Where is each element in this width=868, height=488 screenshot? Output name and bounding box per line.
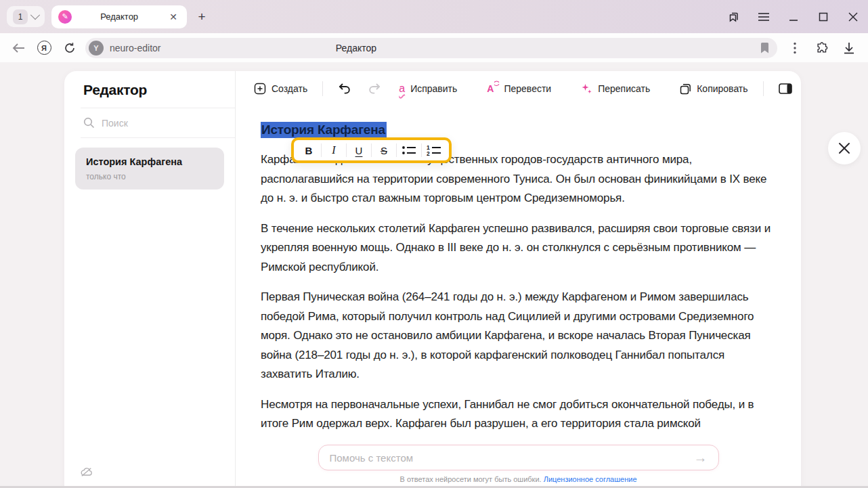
maximize-button[interactable]: [808, 0, 838, 33]
yandex-home-icon[interactable]: Я: [31, 37, 57, 60]
copy-button[interactable]: Копировать: [680, 83, 747, 95]
site-badge-icon: Y: [89, 41, 104, 56]
navigation-bar: Я Y neuro-editor Редактор: [0, 33, 868, 62]
numbered-list-button[interactable]: 12: [422, 141, 446, 160]
fix-icon: а: [399, 83, 405, 94]
divider: [763, 81, 764, 96]
search-input[interactable]: [102, 118, 203, 129]
undo-button[interactable]: [338, 83, 351, 95]
ai-prompt-input[interactable]: [330, 452, 689, 464]
numbered-list-icon: 12: [427, 145, 441, 156]
url-text: neuro-editor: [110, 43, 161, 53]
license-link[interactable]: Лицензионное соглашение: [544, 475, 637, 483]
paragraph[interactable]: В течение нескольких столетий Карфаген у…: [261, 219, 775, 278]
panels-icon[interactable]: [719, 0, 749, 33]
redo-icon: [368, 83, 381, 95]
window-close-button[interactable]: [838, 0, 868, 33]
tab-group-chip[interactable]: 1: [7, 6, 45, 27]
redo-button[interactable]: [368, 83, 381, 95]
search-icon: [83, 117, 95, 129]
fix-button[interactable]: а Исправить: [399, 83, 457, 94]
create-button[interactable]: Создать: [254, 83, 307, 95]
bookmark-icon[interactable]: [760, 43, 769, 56]
sidebar: Редактор История Карфагена только что: [64, 71, 236, 488]
new-tab-button[interactable]: +: [192, 7, 211, 26]
close-icon: [838, 142, 850, 154]
tab-title: Редактор: [72, 12, 167, 22]
underline-button[interactable]: U: [347, 141, 371, 160]
close-overlay-button[interactable]: [828, 132, 861, 164]
address-bar[interactable]: Y neuro-editor Редактор: [85, 38, 777, 58]
side-panel-toggle[interactable]: [779, 83, 792, 94]
tab-group-count: 1: [13, 9, 28, 24]
svg-text:2: 2: [427, 150, 430, 156]
prompt-area: → В ответах нейросети могут быть ошибки.…: [236, 427, 801, 488]
chevron-down-icon: [30, 10, 40, 20]
document-title: История Карфагена: [86, 156, 213, 167]
bullet-list-icon: [402, 145, 416, 156]
omnibox-page-title: Редактор: [316, 43, 397, 53]
divider: [322, 81, 323, 96]
divider: [81, 137, 235, 138]
reload-icon[interactable]: [57, 37, 83, 60]
format-toolbar: B I U S 12: [291, 137, 452, 163]
back-icon[interactable]: [5, 37, 31, 60]
undo-icon: [338, 83, 351, 95]
document-heading[interactable]: История Карфагена: [261, 122, 775, 137]
document-body[interactable]: История Карфагена B I U S: [236, 106, 801, 453]
disclaimer: В ответах нейросети могут быть ошибки. Л…: [236, 475, 801, 483]
create-icon: [254, 83, 266, 95]
sidebar-item-document[interactable]: История Карфагена только что: [75, 148, 224, 190]
ai-prompt-field[interactable]: →: [318, 445, 719, 470]
menu-icon[interactable]: [749, 0, 779, 33]
editor-main: Создать а Исправить: [236, 71, 801, 488]
translate-button[interactable]: А Перевести: [487, 83, 551, 94]
send-arrow-icon[interactable]: →: [691, 448, 710, 467]
search-field[interactable]: [64, 108, 235, 137]
rewrite-button[interactable]: Переписать: [581, 83, 650, 95]
browser-window: 1 ✎ Редактор ✕ +: [0, 0, 868, 488]
translate-icon: А: [487, 84, 498, 93]
sparkles-icon: [581, 83, 592, 95]
bold-button[interactable]: B: [297, 141, 321, 160]
copy-icon: [680, 83, 691, 95]
minimize-button[interactable]: [779, 0, 808, 33]
extensions-icon[interactable]: [808, 37, 836, 60]
italic-button[interactable]: I: [322, 141, 346, 160]
tab-editor[interactable]: ✎ Редактор ✕: [51, 5, 187, 28]
bullet-list-button[interactable]: [397, 141, 421, 160]
more-options-icon[interactable]: [781, 37, 808, 60]
tab-close-icon[interactable]: ✕: [167, 11, 180, 23]
document-toolbar: Создать а Исправить: [236, 71, 801, 106]
strikethrough-button[interactable]: S: [372, 141, 396, 160]
document-timestamp: только что: [86, 172, 213, 181]
paragraph[interactable]: Первая Пуническая война (264–241 годы до…: [261, 288, 775, 384]
page-background: Редактор История Карфагена только что: [0, 62, 868, 488]
side-panel-icon: [779, 83, 792, 94]
downloads-icon[interactable]: [836, 37, 863, 60]
selected-text[interactable]: История Карфагена: [261, 122, 387, 138]
app-title: Редактор: [64, 82, 235, 108]
editor-app-card: Редактор История Карфагена только что: [64, 71, 801, 488]
tab-strip: 1 ✎ Редактор ✕ +: [0, 0, 868, 33]
cloud-off-icon: [81, 467, 93, 480]
editor-favicon-icon: ✎: [58, 10, 72, 24]
